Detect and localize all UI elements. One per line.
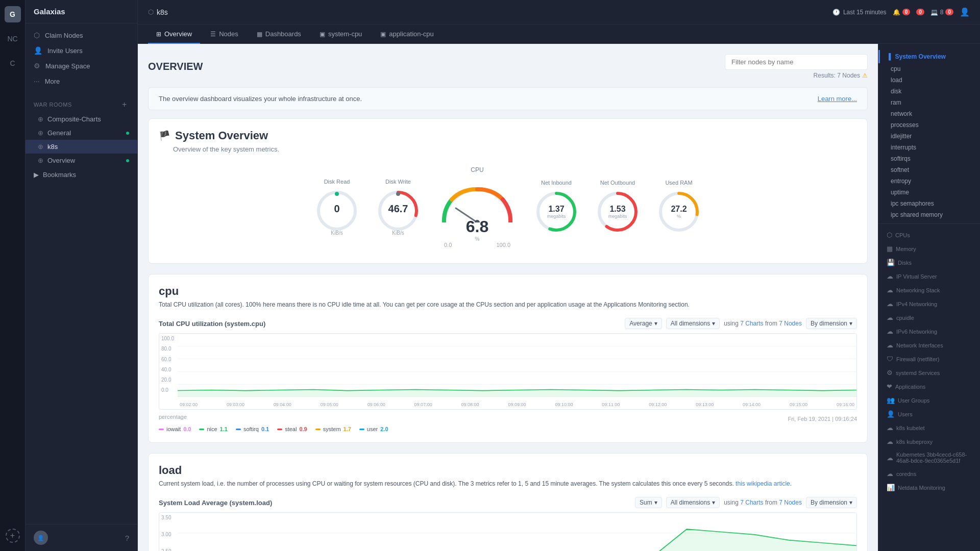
load-by-dimension-button[interactable]: By dimension ▾ — [806, 497, 857, 508]
status-dot — [126, 132, 129, 135]
cpu-chart-title: Total CPU utilization (system.cpu) — [159, 320, 265, 328]
war-room-overview[interactable]: ⊕ Overview — [26, 154, 137, 167]
right-sidebar-k8s-kubeproxy[interactable]: ☁ k8s kubeproxy — [878, 434, 980, 447]
right-sidebar-item-softnet[interactable]: softnet — [878, 164, 980, 176]
load-dimensions-button[interactable]: All dimensions ▾ — [666, 497, 720, 508]
time-label: Last 15 minutes — [843, 9, 887, 16]
right-sidebar-item-processes[interactable]: processes — [878, 119, 980, 131]
war-room-composite-charts[interactable]: ⊕ Composite-Charts — [26, 112, 137, 126]
sidebar-item-invite-users[interactable]: 👤 Invite Users — [26, 43, 137, 58]
notifications-group[interactable]: 0 — [916, 9, 924, 15]
cpu-max: 100.0 — [496, 242, 510, 248]
add-workspace-button[interactable]: + — [6, 529, 20, 543]
war-room-general[interactable]: ⊕ General — [26, 126, 137, 140]
y-label: 60.0 — [161, 357, 176, 362]
sidebar-item-manage-space[interactable]: ⚙ Manage Space — [26, 58, 137, 73]
divider — [878, 223, 980, 224]
svg-point-7 — [475, 220, 480, 222]
right-sidebar-item-ipc-shared-memory[interactable]: ipc shared memory — [878, 209, 980, 220]
alerts-group[interactable]: 🔔 0 — [893, 9, 911, 16]
right-sidebar-cpus[interactable]: ⬡ CPUs — [878, 227, 980, 241]
cloud-icon: ☁ — [887, 424, 893, 432]
bell-icon: 🔔 — [893, 9, 900, 16]
right-sidebar-item-ram[interactable]: ram — [878, 97, 980, 108]
by-dimension-button[interactable]: By dimension ▾ — [806, 318, 857, 329]
legend-iowait: iowait 0.0 — [159, 426, 191, 432]
right-sidebar-item-cpu[interactable]: cpu — [878, 63, 980, 74]
sidebar-item-bookmarks[interactable]: ▶ Bookmarks — [26, 167, 137, 182]
workspace-logo[interactable]: G — [5, 6, 21, 22]
load-charts-count[interactable]: 7 Charts — [740, 499, 763, 506]
right-sidebar-k8s-kubelet[interactable]: ☁ k8s kubelet — [878, 420, 980, 434]
dimensions-button[interactable]: All dimensions ▾ — [666, 318, 720, 329]
tab-overview[interactable]: ⊞ Overview — [148, 25, 200, 44]
right-sidebar-networking-stack[interactable]: ☁ Networking Stack — [878, 282, 980, 296]
right-sidebar-item-disk[interactable]: disk — [878, 86, 980, 97]
sidebar-item-label: More — [45, 78, 60, 85]
right-sidebar-item-interrupts[interactable]: interrupts — [878, 142, 980, 153]
sum-button[interactable]: Sum ▾ — [635, 497, 662, 508]
bookmark-icon: 🏴 — [159, 130, 170, 141]
right-sidebar-item-load[interactable]: load — [878, 74, 980, 86]
right-sidebar-item-softirqs[interactable]: softirqs — [878, 153, 980, 164]
right-sidebar-item-network[interactable]: network — [878, 108, 980, 119]
war-room-k8s[interactable]: ⊕ k8s — [26, 140, 137, 154]
right-sidebar-memory[interactable]: ▦ Memory — [878, 241, 980, 255]
right-sidebar-network-interfaces[interactable]: ☁ Network Interfaces — [878, 337, 980, 351]
right-sidebar-item-ipc-semaphores[interactable]: ipc semaphores — [878, 198, 980, 209]
filter-area: Results: 7 Nodes ⚠ — [725, 54, 868, 79]
average-button[interactable]: Average ▾ — [625, 318, 662, 329]
avatar[interactable]: 👤 — [34, 531, 48, 545]
learn-more-link[interactable]: Learn more... — [818, 95, 857, 103]
charts-count-link[interactable]: 7 Charts — [740, 320, 763, 327]
right-sidebar-item-uptime[interactable]: uptime — [878, 187, 980, 198]
right-sidebar-netdata-monitoring[interactable]: 📊 Netdata Monitoring — [878, 480, 980, 493]
nodes-group[interactable]: 💻 8 0 — [930, 9, 953, 16]
load-nodes-count[interactable]: 7 Nodes — [779, 499, 802, 506]
info-banner-text: The overview dashboard visualizes your w… — [159, 95, 362, 103]
nodes-count-link[interactable]: 7 Nodes — [779, 320, 802, 327]
cloud-icon: ☁ — [887, 272, 893, 280]
cloud-icon: ☁ — [887, 314, 893, 321]
sidebar-item-more[interactable]: ··· More — [26, 73, 137, 89]
used-ram-unit: % — [671, 214, 687, 219]
bookmarks-label: Bookmarks — [43, 171, 76, 179]
system-overview-nav[interactable]: ▐ System Overview — [878, 50, 980, 63]
page-title: OVERVIEW — [148, 61, 203, 72]
tab-application-cpu[interactable]: ▣ application-cpu — [372, 25, 442, 44]
nav-icon-c[interactable]: C — [5, 55, 21, 71]
help-icon[interactable]: ? — [125, 534, 129, 542]
filter-input[interactable] — [725, 54, 868, 70]
right-sidebar-systemd-services[interactable]: ⚙ systemd Services — [878, 365, 980, 379]
tab-dashboards[interactable]: ▦ Dashboards — [249, 25, 309, 44]
right-sidebar-cpuidle[interactable]: ☁ cpuidle — [878, 310, 980, 323]
tab-nodes[interactable]: ☰ Nodes — [202, 25, 247, 44]
right-sidebar-ip-virtual-server[interactable]: ☁ IP Virtual Server — [878, 268, 980, 282]
right-sidebar-item-entropy[interactable]: entropy — [878, 176, 980, 187]
right-sidebar-item-idlejitter[interactable]: idlejitter — [878, 131, 980, 142]
right-sidebar-firewall[interactable]: 🛡 Firewall (netfilter) — [878, 351, 980, 365]
sidebar-item-claim-nodes[interactable]: ⬡ Claim Nodes — [26, 28, 137, 43]
right-sidebar-user-groups[interactable]: 👥 User Groups — [878, 392, 980, 406]
cpu-section-title: cpu — [159, 285, 857, 298]
right-sidebar-applications[interactable]: ❤ Applications — [878, 379, 980, 392]
right-sidebar-coredns[interactable]: ☁ coredns — [878, 466, 980, 480]
right-sidebar-kubernetes[interactable]: ☁ Kubernetes 3bb4cecd-c658-46a8-bdce-9ec… — [878, 447, 980, 466]
war-room-icon: ⊕ — [38, 157, 43, 164]
wikipedia-link[interactable]: this wikipedia article — [736, 480, 790, 487]
tab-system-cpu[interactable]: ▣ system-cpu — [311, 25, 370, 44]
right-sidebar-ipv6[interactable]: ☁ IPv6 Networking — [878, 323, 980, 337]
right-sidebar-disks[interactable]: 💾 Disks — [878, 255, 980, 268]
time-selector[interactable]: 🕐 Last 15 minutes — [832, 9, 887, 16]
add-war-room-button[interactable]: + — [120, 100, 129, 109]
war-room-icon: ⊕ — [38, 129, 43, 137]
nav-icon-nc[interactable]: NC — [5, 31, 21, 47]
right-sidebar-ipv4[interactable]: ☁ IPv4 Networking — [878, 296, 980, 310]
load-chart-controls: Sum ▾ All dimensions ▾ using 7 Charts fr… — [635, 497, 857, 508]
cpu-section: cpu Total CPU utilization (all cores). 1… — [148, 274, 868, 443]
right-sidebar-users[interactable]: 👤 Users — [878, 406, 980, 420]
user-topbar-icon[interactable]: 👤 — [960, 7, 970, 17]
right-sidebar-sub-items: cpu load disk ram network processes idle… — [878, 63, 980, 220]
tab-label: system-cpu — [328, 30, 362, 38]
sidebar-header: Galaxias — [26, 0, 137, 23]
